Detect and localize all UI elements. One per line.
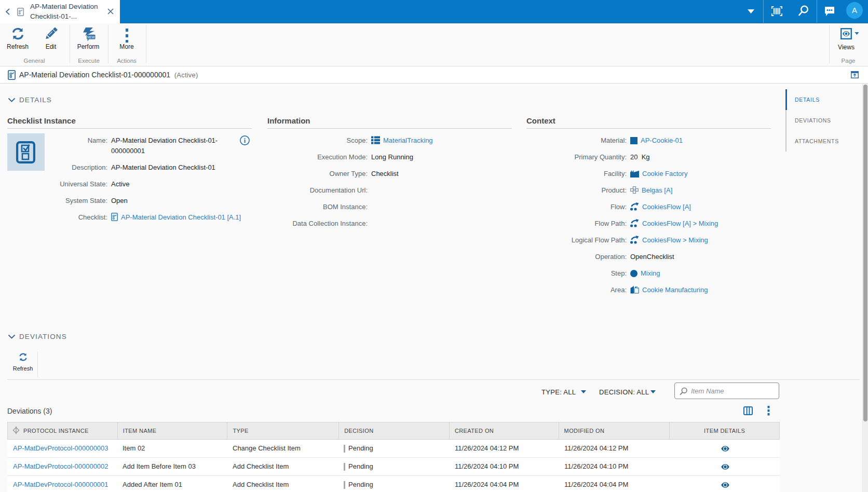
svg-text:NEW: NEW xyxy=(87,35,95,39)
svg-text:i: i xyxy=(244,137,246,144)
